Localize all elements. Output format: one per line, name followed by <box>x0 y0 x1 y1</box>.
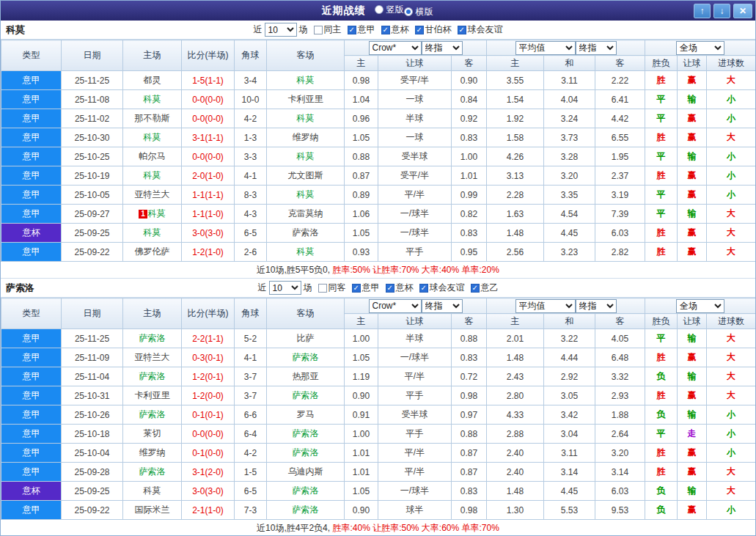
team-section-2: 萨索洛近10场同客意甲意杯球会友谊意乙类型日期主场比分(半场)角球客场Crow*… <box>1 279 755 536</box>
asia-home-odds-cell: 0.98 <box>345 71 378 90</box>
score-cell[interactable]: 0-0(0-0) <box>182 147 235 166</box>
home-team-name[interactable]: 亚特兰大 <box>135 189 170 199</box>
match-count-select[interactable]: 10 <box>265 23 297 37</box>
home-team-name[interactable]: 萨索洛 <box>139 409 166 419</box>
filter-checkbox[interactable]: 意乙 <box>471 282 499 294</box>
layout-radio-vertical[interactable]: 竖版 <box>375 4 404 16</box>
asia-away-odds-cell: 0.87 <box>452 463 487 482</box>
euro-home-odds-cell: 1.54 <box>487 90 544 109</box>
score-cell[interactable]: 1-2(0-1) <box>182 367 235 386</box>
away-team-name[interactable]: 萨索洛 <box>293 428 319 438</box>
score-cell[interactable]: 1-1(1-0) <box>182 205 235 224</box>
home-team-name[interactable]: 莱切 <box>144 428 161 438</box>
filter-checkbox[interactable]: 意杯 <box>381 23 409 36</box>
home-team-name[interactable]: 佛罗伦萨 <box>135 246 170 257</box>
home-team-name[interactable]: 亚特兰大 <box>135 352 170 362</box>
titlebar: 近期战绩 竖版横版 ↑ ↓ ✕ <box>1 1 755 21</box>
home-team-name[interactable]: 科莫 <box>144 170 161 180</box>
euro-odds-source-select[interactable]: 平均值 <box>515 41 576 55</box>
score-cell[interactable]: 0-1(0-0) <box>182 444 235 463</box>
away-team-name[interactable]: 罗马 <box>297 409 315 419</box>
away-team-name[interactable]: 科莫 <box>297 113 315 123</box>
score-cell[interactable]: 0-1(0-1) <box>182 405 235 425</box>
score-cell[interactable]: 3-1(1-1) <box>182 128 235 147</box>
filter-checkbox[interactable]: 球会友谊 <box>419 282 465 294</box>
filter-checkbox[interactable]: 意甲 <box>352 282 380 294</box>
layout-radio-horizontal[interactable]: 横版 <box>404 6 433 18</box>
away-team-name[interactable]: 科莫 <box>297 189 315 199</box>
away-team-name[interactable]: 维罗纳 <box>293 132 319 142</box>
asia-odds-time-select[interactable]: 终指 <box>422 299 463 313</box>
home-team-name[interactable]: 萨索洛 <box>139 466 166 477</box>
home-team-name[interactable]: 都灵 <box>144 75 161 85</box>
asia-odds-source-select[interactable]: Crow* <box>369 299 422 313</box>
asia-handicap-cell: 半球 <box>378 329 452 348</box>
match-row: 意甲25-10-05亚特兰大1-1(1-1)8-3科莫0.89平/半0.992.… <box>1 186 756 205</box>
score-cell[interactable]: 1-2(1-0) <box>182 243 235 262</box>
away-team-name[interactable]: 克雷莫纳 <box>288 208 323 219</box>
home-team-name[interactable]: 科莫 <box>144 227 161 238</box>
close-button[interactable]: ✕ <box>733 4 752 18</box>
column-header: 类型 <box>1 298 62 329</box>
score-cell[interactable]: 2-0(1-0) <box>182 166 235 186</box>
away-team-name[interactable]: 热那亚 <box>293 371 319 381</box>
euro-odds-source-select[interactable]: 平均值 <box>515 299 576 313</box>
home-team-name[interactable]: 科莫 <box>148 208 166 219</box>
score-cell[interactable]: 0-0(0-0) <box>182 109 235 128</box>
score-cell[interactable]: 2-2(1-1) <box>182 329 235 348</box>
away-team-name[interactable]: 科莫 <box>297 75 315 85</box>
away-team-name[interactable]: 萨索洛 <box>293 447 319 458</box>
result-cell: 平 <box>645 147 678 166</box>
scope-select[interactable]: 全场 <box>676 41 724 55</box>
away-team-name[interactable]: 萨索洛 <box>293 352 319 362</box>
home-team-name[interactable]: 那不勒斯 <box>135 113 170 123</box>
score-cell[interactable]: 1-5(1-1) <box>182 71 235 90</box>
filter-checkbox[interactable]: 意杯 <box>386 282 414 294</box>
filter-checkbox[interactable]: 意甲 <box>348 23 375 36</box>
home-team-name[interactable]: 科莫 <box>144 485 161 496</box>
score-cell[interactable]: 3-0(3-0) <box>182 224 235 243</box>
away-team-name[interactable]: 萨索洛 <box>293 485 319 496</box>
away-team-name[interactable]: 比萨 <box>297 333 315 343</box>
filter-checkbox[interactable]: 同客 <box>318 282 346 294</box>
score-cell[interactable]: 1-1(1-1) <box>182 186 235 205</box>
move-down-button[interactable]: ↓ <box>713 4 730 18</box>
filter-checkbox[interactable]: 同主 <box>314 23 342 36</box>
filter-checkbox[interactable]: 甘伯杯 <box>415 23 452 36</box>
home-team-name[interactable]: 维罗纳 <box>139 447 166 458</box>
score-cell[interactable]: 0-0(0-0) <box>182 425 235 444</box>
score-cell[interactable]: 0-0(0-0) <box>182 90 235 109</box>
euro-odds-time-select[interactable]: 终指 <box>576 41 617 55</box>
euro-draw-odds-cell: 3.35 <box>544 186 595 205</box>
away-team-name[interactable]: 卡利亚里 <box>288 94 323 104</box>
away-team-name[interactable]: 尤文图斯 <box>288 170 323 180</box>
asia-odds-source-select[interactable]: Crow* <box>369 41 422 55</box>
home-team-name[interactable]: 卡利亚里 <box>135 390 170 400</box>
score-cell[interactable]: 3-0(3-0) <box>182 482 235 501</box>
away-team-name[interactable]: 科莫 <box>297 151 315 161</box>
result-cell: 平 <box>645 425 678 444</box>
score-cell[interactable]: 0-3(0-1) <box>182 348 235 367</box>
home-team-name[interactable]: 萨索洛 <box>139 371 166 381</box>
score-cell[interactable]: 3-1(2-0) <box>182 463 235 482</box>
score-cell[interactable]: 1-2(0-0) <box>182 386 235 405</box>
away-team-name[interactable]: 萨索洛 <box>293 390 319 400</box>
corners-cell: 3-7 <box>235 367 267 386</box>
home-team-name[interactable]: 萨索洛 <box>139 333 166 343</box>
home-team-name[interactable]: 科莫 <box>144 132 161 142</box>
home-team-name[interactable]: 帕尔马 <box>139 151 166 161</box>
euro-odds-time-select[interactable]: 终指 <box>576 299 617 313</box>
euro-away-odds-cell: 6.03 <box>595 482 645 501</box>
away-team-name[interactable]: 萨索洛 <box>293 504 319 515</box>
away-team-name[interactable]: 萨索洛 <box>293 227 319 238</box>
move-up-button[interactable]: ↑ <box>694 4 711 18</box>
match-count-select[interactable]: 10 <box>269 281 301 295</box>
score-cell[interactable]: 2-1(1-0) <box>182 501 235 520</box>
asia-odds-time-select[interactable]: 终指 <box>422 41 463 55</box>
home-team-name[interactable]: 国际米兰 <box>135 504 170 515</box>
away-team-name[interactable]: 科莫 <box>297 246 315 257</box>
away-team-name[interactable]: 乌迪内斯 <box>288 466 323 477</box>
home-team-name[interactable]: 科莫 <box>144 94 161 104</box>
scope-select[interactable]: 全场 <box>676 299 724 313</box>
filter-checkbox[interactable]: 球会友谊 <box>458 23 503 36</box>
